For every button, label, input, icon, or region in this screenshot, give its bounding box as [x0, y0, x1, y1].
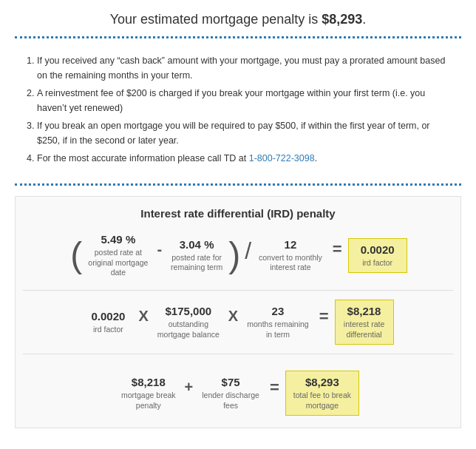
ird-box-factor: 0.0020 ird factor	[82, 307, 134, 338]
notes-list: If you received any “cash back” amount w…	[15, 46, 461, 176]
headline-prefix: Your estimated mortgage penalty is	[110, 12, 322, 27]
ird-label-3: convert to monthlyinterest rate	[259, 253, 322, 273]
ird-value-6: 23	[272, 305, 285, 317]
ird-formula-row3: $8,218 mortgage breakpenalty + $75 lende…	[23, 363, 453, 420]
minus-operator: -	[157, 241, 162, 270]
main-container: Your estimated mortgage penalty is $8,29…	[0, 0, 476, 440]
ird-box-posted-rate-original: 5.49 % posted rate atoriginal mortgageda…	[84, 230, 152, 281]
multiply-1: X	[138, 308, 148, 337]
list-item: If you received any “cash back” amount w…	[37, 53, 451, 83]
ird-title: Interest rate differential (IRD) penalty	[23, 207, 453, 220]
list-item: If you break an open mortgage you will b…	[37, 118, 451, 148]
ird-result-box-3: $8,293 total fee to breakmortgage	[285, 371, 359, 416]
ird-label-4: ird factor	[93, 325, 123, 335]
close-paren: )	[228, 237, 240, 273]
row-divider-2	[23, 354, 453, 354]
ird-box-balance: $175,000 outstandingmortgage balance	[153, 302, 224, 342]
list-item: For the most accurate information please…	[37, 151, 451, 166]
equals-2: =	[319, 307, 329, 338]
plus-operator: +	[185, 379, 194, 408]
headline-amount: $8,293	[322, 12, 362, 27]
ird-value-5: $175,000	[166, 305, 212, 317]
ird-result-value-2: $8,218	[347, 305, 381, 317]
ird-formula-row2: 0.0020 ird factor X $175,000 outstanding…	[23, 300, 453, 345]
equals-1: =	[333, 240, 342, 271]
ird-value-2: 3.04 %	[180, 238, 214, 251]
ird-result-box-2: $8,218 interest ratedifferential	[335, 300, 394, 345]
ird-label-8: lender dischargefees	[202, 391, 259, 411]
divide-slash: /	[245, 237, 251, 274]
ird-formula-row1: ( 5.49 % posted rate atoriginal mortgage…	[23, 230, 453, 281]
ird-result-label-1: ird factor	[362, 258, 392, 269]
ird-box-break-penalty: $8,218 mortgage breakpenalty	[117, 373, 180, 413]
row-divider-1	[23, 290, 453, 291]
ird-value-8: $75	[222, 376, 240, 388]
ird-box-months: 23 months remainingin term	[242, 302, 313, 342]
ird-result-value-3: $8,293	[305, 376, 339, 388]
multiply-2: X	[228, 308, 238, 337]
ird-result-label-3: total fee to breakmortgage	[293, 391, 351, 411]
ird-box-discharge-fee: $75 lender dischargefees	[197, 373, 264, 413]
ird-label-5: outstandingmortgage balance	[157, 320, 220, 340]
ird-value-4: 0.0020	[92, 310, 126, 323]
ird-result-box-1: 0.0020 ird factor	[348, 238, 407, 274]
ird-label-2: posted rate forremaining term	[171, 253, 222, 273]
headline-suffix: .	[362, 12, 366, 27]
ird-value-7: $8,218	[132, 376, 166, 388]
ird-box-convert-monthly: 12 convert to monthlyinterest rate	[254, 235, 327, 276]
ird-value-3: 12	[285, 238, 297, 251]
bottom-divider	[15, 183, 461, 186]
page-title: Your estimated mortgage penalty is $8,29…	[15, 12, 461, 27]
list-item: A reinvestment fee of $200 is charged if…	[37, 86, 451, 115]
ird-label-1: posted rate atoriginal mortgagedate	[88, 248, 148, 278]
ird-box-posted-rate-remaining: 3.04 % posted rate forremaining term	[166, 235, 227, 276]
top-divider	[15, 36, 461, 38]
ird-result-label-2: interest ratedifferential	[344, 320, 384, 340]
ird-label-7: mortgage breakpenalty	[121, 391, 176, 411]
equals-3: =	[270, 378, 279, 409]
ird-section: Interest rate differential (IRD) penalty…	[15, 196, 461, 428]
ird-result-value-1: 0.0020	[361, 243, 395, 256]
phone-link[interactable]: 1-800-722-3098	[249, 153, 315, 163]
ird-label-6: months remainingin term	[247, 320, 308, 340]
ird-value-1: 5.49 %	[101, 233, 136, 246]
open-paren: (	[70, 237, 82, 273]
